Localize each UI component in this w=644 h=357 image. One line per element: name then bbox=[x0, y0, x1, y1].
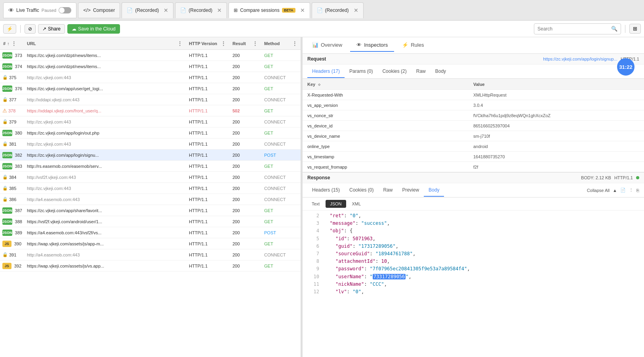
traffic-row[interactable]: JSON 376 https://zc.vjkeji.com/app/user/… bbox=[0, 83, 301, 94]
response-header: Response BODY: 2.12 KB HTTP/1.1 bbox=[303, 173, 644, 183]
format-tab-text[interactable]: Text bbox=[307, 200, 324, 208]
traffic-row[interactable]: JSON 388 https://vsf2f.vjkeji.com/androi… bbox=[0, 216, 301, 227]
col-num-menu[interactable]: ⋮ bbox=[11, 40, 17, 47]
req-tab-params[interactable]: Params (0) bbox=[345, 65, 377, 78]
resp-tab-cookies[interactable]: Cookies (0) bbox=[345, 184, 378, 197]
row-url: https://wap.vjkeji.com/assets/js/vs.app.… bbox=[24, 264, 186, 268]
share-button[interactable]: ↗ Share bbox=[38, 24, 65, 34]
save-cloud-button[interactable]: ☁ Save in the Cloud bbox=[67, 24, 120, 34]
traffic-row[interactable]: JSON 389 https://a4.easemob.com:443/vsf2… bbox=[0, 227, 301, 238]
grid-button[interactable]: ⊞ bbox=[629, 24, 641, 34]
resp-tab-preview[interactable]: Preview bbox=[397, 184, 424, 197]
sort-icon[interactable]: ↑ bbox=[7, 41, 10, 46]
row-result: 200 bbox=[229, 197, 261, 202]
json-content: "attachmentId": 10, bbox=[324, 258, 639, 265]
body-format-tabs: Text JSON XML bbox=[303, 197, 644, 211]
traffic-row[interactable]: JSON 382 https://zc.vjkeji.com/app/login… bbox=[0, 150, 301, 161]
tab-overview[interactable]: 📊 Overview bbox=[306, 39, 349, 52]
row-url: https://wap.vjkeji.com/assets/js/app-m..… bbox=[24, 241, 186, 246]
compare-sessions-tab[interactable]: ⊞ Compare sessions BETA ✕ bbox=[229, 2, 310, 18]
row-number: 391 bbox=[9, 253, 16, 257]
row-http: HTTP/1.1 bbox=[186, 264, 229, 268]
row-number: 386 bbox=[9, 197, 16, 202]
recorded-tab-2[interactable]: 📄 (Recorded) ✕ bbox=[175, 2, 227, 18]
row-number: 385 bbox=[9, 186, 16, 191]
traffic-row[interactable]: JSON 380 https://zc.vjkeji.com/app/login… bbox=[0, 127, 301, 139]
lock-icon: 🔒 bbox=[2, 197, 8, 202]
bolt-icon: ⚡ bbox=[402, 42, 408, 48]
more-icon[interactable]: ⋮ bbox=[629, 188, 633, 193]
compare-close[interactable]: ✕ bbox=[300, 7, 305, 13]
row-method: GET bbox=[261, 219, 301, 224]
col-result-menu[interactable]: ⋮ bbox=[252, 40, 258, 47]
row-url: http://xddapi.vjkeji.com:443 bbox=[24, 97, 186, 102]
recorded-close-4[interactable]: ✕ bbox=[354, 7, 358, 13]
row-number: 374 bbox=[15, 64, 22, 69]
expand-icon[interactable]: ▲ bbox=[613, 188, 617, 193]
req-tab-cookies[interactable]: Cookies (2) bbox=[377, 65, 411, 78]
json-content: "message": "success", bbox=[324, 220, 639, 227]
traffic-row[interactable]: 🔒 377 http://xddapi.vjkeji.com:443 HTTP/… bbox=[0, 94, 301, 105]
recorded-close-2[interactable]: ✕ bbox=[217, 7, 222, 13]
request-header: Request https://zc.vjkeji.com/app/login/… bbox=[303, 54, 644, 65]
traffic-row[interactable]: 🔒 384 http://vsf2f.vjkeji.com:443 HTTP/1… bbox=[0, 172, 301, 183]
traffic-row[interactable]: 🔒 379 http://zc.vjkeji.com:443 HTTP/1.1 … bbox=[0, 116, 301, 127]
row-badge: JSON bbox=[2, 52, 12, 59]
recorded-tab-4[interactable]: 📄 (Recorded) ✕ bbox=[312, 2, 364, 18]
row-result: 200 bbox=[229, 186, 261, 191]
row-http: HTTP/1.1 bbox=[186, 164, 229, 169]
row-num: JSON 387 bbox=[0, 207, 24, 214]
req-tab-headers[interactable]: Headers (17) bbox=[307, 65, 345, 78]
share-label: Share bbox=[48, 26, 61, 32]
tab-rules[interactable]: ⚡ Rules bbox=[396, 39, 430, 52]
remove-button[interactable]: ⊘ bbox=[25, 24, 36, 34]
row-http: HTTP/1.1 bbox=[186, 97, 229, 102]
traffic-row[interactable]: JSON 373 https://zc.vjkeji.com/dzpt/news… bbox=[0, 50, 301, 61]
live-traffic-tab[interactable]: 👁 Live Traffic Paused bbox=[3, 2, 76, 18]
traffic-row[interactable]: 🔒 391 http://a4.easemob.com:443 HTTP/1.1… bbox=[0, 249, 301, 260]
col-url-menu[interactable]: ⋮ bbox=[177, 40, 183, 47]
recorded-close-1[interactable]: ✕ bbox=[164, 7, 168, 13]
search-box: 🔍 bbox=[534, 23, 621, 34]
traffic-row[interactable]: 🔒 381 http://zc.vjkeji.com:443 HTTP/1.1 … bbox=[0, 139, 301, 150]
traffic-row[interactable]: JS 392 https://wap.vjkeji.com/assets/js/… bbox=[0, 260, 301, 272]
traffic-row[interactable]: JSON 387 https://zc.vjkeji.com/app/share… bbox=[0, 205, 301, 216]
json-line: 5 "id": 5071963, bbox=[307, 235, 639, 243]
recorded-label-2: (Recorded) bbox=[189, 8, 212, 13]
traffic-row[interactable]: JS 390 https://wap.vjkeji.com/assets/js/… bbox=[0, 238, 301, 249]
json-line: 4 "obj": { bbox=[307, 227, 639, 235]
col-http-menu[interactable]: ⋮ bbox=[221, 40, 226, 47]
row-num: 🔒 384 bbox=[0, 175, 24, 180]
req-tab-body[interactable]: Body bbox=[431, 65, 451, 78]
search-input[interactable] bbox=[537, 26, 611, 32]
composer-tab[interactable]: </> Composer bbox=[78, 2, 120, 18]
resp-tab-body[interactable]: Body bbox=[424, 184, 444, 197]
traffic-row[interactable]: JSON 374 https://zc.vjkeji.com/dzpt/news… bbox=[0, 61, 301, 72]
resp-tab-raw[interactable]: Raw bbox=[378, 184, 397, 197]
filter-icon[interactable]: ⬦ bbox=[318, 81, 321, 87]
filter-button[interactable]: ⚡ bbox=[3, 24, 16, 34]
traffic-row[interactable]: JSON 383 http://rs.easemob.com/easemob/s… bbox=[0, 161, 301, 172]
col-method-menu[interactable]: ⋮ bbox=[292, 40, 297, 47]
row-number: 375 bbox=[9, 75, 16, 80]
save-cloud-label: Save in the Cloud bbox=[78, 26, 116, 32]
tab-inspectors[interactable]: 👁 Inspectors bbox=[350, 39, 394, 52]
traffic-row[interactable]: 🔒 386 http://a4.easemob.com:443 HTTP/1.1… bbox=[0, 194, 301, 205]
row-http: HTTP/1.1 bbox=[186, 175, 229, 180]
doc-icon[interactable]: 📄 bbox=[620, 188, 626, 193]
live-traffic-toggle[interactable] bbox=[59, 7, 71, 13]
recorded-tab-1[interactable]: 📄 (Recorded) ✕ bbox=[122, 2, 173, 18]
row-url: https://zc.vjkeji.com/app/share/favorit.… bbox=[24, 208, 186, 213]
json-content: "sourceGuid": "18944761788", bbox=[324, 250, 639, 258]
format-tab-xml[interactable]: XML bbox=[348, 200, 366, 208]
live-traffic-label: Live Traffic bbox=[16, 8, 39, 13]
req-tab-raw[interactable]: Raw bbox=[412, 65, 431, 78]
resp-tab-headers[interactable]: Headers (15) bbox=[307, 184, 345, 197]
collapse-all-btn[interactable]: Collapse All bbox=[587, 188, 610, 193]
traffic-row[interactable]: 🔒 385 http://zc.vjkeji.com:443 HTTP/1.1 … bbox=[0, 183, 301, 194]
row-url: https://a4.easemob.com:443/vsf2f/vs... bbox=[24, 230, 186, 235]
copy-icon[interactable]: ⎘ bbox=[636, 188, 639, 193]
traffic-row[interactable]: ⚠ 378 https://xddapi.vjkeji.com/front_us… bbox=[0, 105, 301, 116]
format-tab-json[interactable]: JSON bbox=[326, 200, 346, 208]
traffic-row[interactable]: 🔒 375 http://zc.vjkeji.com:443 HTTP/1.1 … bbox=[0, 72, 301, 83]
